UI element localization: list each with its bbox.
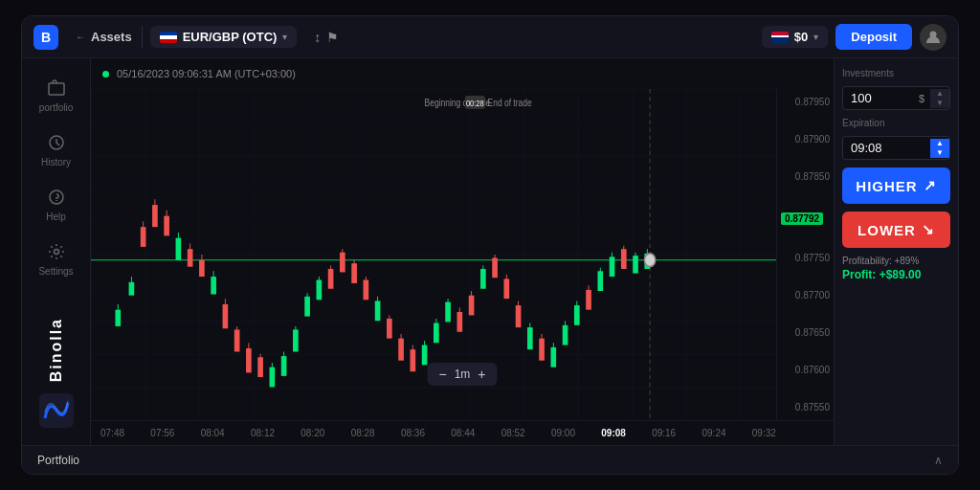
time-label-0: 07:48 [100, 428, 124, 438]
svg-point-3 [50, 190, 63, 204]
investment-value[interactable]: 100 [843, 87, 913, 109]
svg-rect-40 [270, 368, 276, 388]
sidebar-item-history[interactable]: History [22, 122, 90, 177]
svg-rect-56 [364, 280, 369, 301]
price-label-2: 0.87900 [781, 134, 830, 145]
sidebar-item-settings[interactable]: Settings [22, 232, 90, 286]
balance-amount: $0 [794, 30, 808, 44]
zoom-controls: − 1m + [427, 363, 497, 386]
chart-area: 05/16/2023 09:06:31 AM (UTC+03:00) [91, 58, 834, 445]
higher-label: HIGHER [856, 178, 917, 194]
time-label-8: 08:52 [501, 428, 525, 438]
time-label-12: 09:24 [702, 428, 725, 438]
svg-rect-16 [129, 282, 135, 296]
pair-chevron-icon: ▾ [282, 32, 287, 42]
time-label-4: 08:20 [301, 428, 324, 438]
higher-arrow-icon: ↗ [924, 177, 937, 194]
deposit-button[interactable]: Deposit [835, 24, 912, 50]
svg-rect-60 [387, 319, 392, 339]
portfolio-bar[interactable]: Portfolio ∧ [22, 445, 958, 474]
sidebar-settings-label: Settings [38, 266, 73, 277]
us-flag-icon [771, 32, 789, 43]
sidebar-help-label: Help [46, 212, 66, 222]
main-content: portfolio History Help Settings [22, 58, 958, 445]
expiry-arrows: ▲ ▼ [930, 139, 949, 158]
lower-button[interactable]: LOWER ↘ [842, 212, 950, 248]
svg-rect-50 [328, 269, 334, 289]
svg-rect-72 [457, 312, 462, 332]
price-label-1: 0.87950 [781, 97, 830, 107]
higher-button[interactable]: HIGHER ↗ [842, 167, 950, 204]
expiry-down-arrow[interactable]: ▼ [936, 148, 944, 158]
svg-rect-36 [246, 348, 252, 372]
svg-rect-62 [398, 339, 404, 361]
time-label-1: 07:56 [150, 428, 174, 438]
balance-section[interactable]: $0 ▾ [762, 26, 828, 48]
chart-type-icon[interactable]: ↕ [314, 30, 321, 45]
assets-label: Assets [91, 30, 132, 44]
price-label-5: 0.87750 [781, 253, 830, 263]
svg-rect-76 [480, 269, 486, 289]
sidebar-history-label: History [41, 157, 71, 167]
history-icon [46, 132, 67, 153]
sidebar-item-portfolio[interactable]: portfolio [22, 68, 90, 122]
time-axis: 07:48 07:56 08:04 08:12 08:20 08:28 08:3… [91, 420, 834, 445]
profitability-row: Profitability: +89% Profit: +$89.00 [842, 256, 950, 281]
svg-rect-70 [445, 302, 451, 323]
svg-rect-48 [317, 280, 323, 301]
left-sidebar: portfolio History Help Settings [22, 58, 91, 445]
lower-label: LOWER [858, 222, 916, 238]
brand-name: Binolla [48, 318, 65, 382]
svg-rect-14 [115, 310, 121, 326]
brand-logo-icon [39, 393, 74, 428]
svg-rect-64 [411, 349, 416, 371]
zoom-level: 1m [455, 368, 471, 381]
svg-rect-90 [563, 325, 568, 345]
investment-up-arrow[interactable]: ▲ [936, 89, 944, 99]
svg-rect-102 [633, 256, 638, 273]
svg-rect-58 [375, 301, 381, 321]
price-label-7: 0.87650 [781, 327, 830, 338]
svg-rect-30 [211, 277, 216, 294]
svg-rect-32 [223, 304, 229, 328]
profit-value: Profit: +$89.00 [842, 268, 950, 281]
expiry-up-arrow[interactable]: ▲ [936, 139, 944, 148]
investment-arrows: ▲ ▼ [930, 89, 949, 108]
chart-header: 05/16/2023 09:06:31 AM (UTC+03:00) [91, 58, 834, 89]
investment-row: 100 $ ▲ ▼ [842, 86, 950, 110]
svg-rect-92 [574, 305, 580, 325]
chart-indicator-icon[interactable]: ⚑ [326, 30, 339, 45]
chart-datetime: 05/16/2023 09:06:31 AM (UTC+03:00) [117, 68, 296, 79]
portfolio-label: Portfolio [37, 454, 79, 467]
svg-rect-88 [550, 347, 556, 368]
assets-menu[interactable]: ← Assets [66, 26, 143, 48]
settings-icon [46, 241, 67, 262]
balance-chevron-icon: ▾ [813, 32, 818, 42]
svg-rect-24 [176, 238, 182, 260]
top-bar: B ← Assets EUR/GBP (OTC) ▾ ↕ ⚑ $0 ▾ Depo… [22, 16, 958, 58]
svg-rect-22 [164, 216, 169, 236]
time-label-11: 09:16 [652, 428, 676, 438]
current-price-row: 0.87792 [781, 209, 830, 226]
time-label-3: 08:12 [251, 428, 275, 438]
zoom-out-button[interactable]: − [438, 367, 446, 382]
portfolio-icon [46, 78, 67, 99]
expiry-value[interactable]: 09:08 [843, 137, 930, 159]
svg-rect-34 [234, 329, 240, 351]
chart-controls: ↕ ⚑ [304, 30, 348, 45]
svg-rect-54 [351, 263, 357, 283]
chart-canvas: Beginning of trade 00:28 End of trade [91, 89, 834, 420]
svg-rect-44 [293, 329, 299, 351]
svg-rect-98 [610, 256, 615, 277]
avatar[interactable] [920, 24, 947, 51]
zoom-in-button[interactable]: + [478, 367, 485, 382]
svg-rect-100 [621, 249, 627, 269]
price-label-8: 0.87600 [781, 365, 830, 375]
svg-rect-46 [304, 297, 310, 317]
sidebar-bottom: Binolla [22, 306, 90, 435]
svg-text:00:28: 00:28 [466, 99, 484, 109]
pair-selector[interactable]: EUR/GBP (OTC) ▾ [150, 26, 298, 48]
sidebar-item-help[interactable]: Help [22, 177, 90, 232]
investment-down-arrow[interactable]: ▼ [936, 99, 944, 108]
lower-arrow-icon: ↘ [922, 221, 935, 238]
